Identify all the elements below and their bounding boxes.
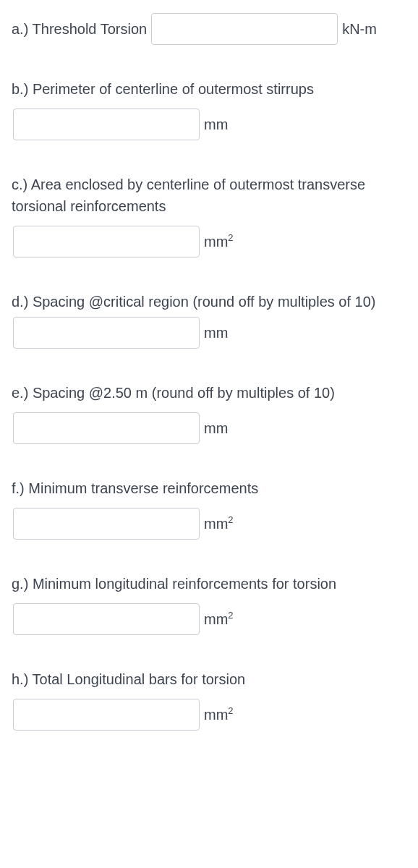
input-min-longitudinal[interactable] (13, 603, 200, 635)
input-total-longitudinal-bars[interactable] (13, 699, 200, 731)
question-f: f.) Minimum transverse reinforcements mm… (12, 477, 406, 540)
label-d-pre: d.) Spacing @critical region (round off … (12, 291, 376, 312)
input-spacing-2p5m[interactable] (13, 412, 200, 444)
question-h: h.) Total Longitudinal bars for torsion … (12, 668, 406, 731)
input-spacing-critical[interactable] (13, 317, 200, 349)
unit-e: mm (204, 417, 228, 439)
unit-f: mm2 (204, 513, 234, 535)
question-e: e.) Spacing @2.50 m (round off by multip… (12, 382, 406, 444)
question-b: b.) Perimeter of centerline of outermost… (12, 78, 406, 140)
label-g: g.) Minimum longitudinal reinforcements … (12, 576, 336, 592)
input-threshold-torsion[interactable] (151, 13, 338, 45)
unit-b: mm (204, 114, 228, 135)
input-area-enclosed[interactable] (13, 226, 200, 258)
label-h: h.) Total Longitudinal bars for torsion (12, 671, 245, 687)
unit-h: mm2 (204, 704, 234, 726)
question-g: g.) Minimum longitudinal reinforcements … (12, 573, 406, 635)
question-c: c.) Area enclosed by centerline of outer… (12, 174, 406, 258)
label-e: e.) Spacing @2.50 m (round off by multip… (12, 385, 335, 401)
unit-g: mm2 (204, 608, 234, 630)
question-a: a.) Threshold Torsion kN-m (12, 13, 406, 45)
input-perimeter-stirrups[interactable] (13, 109, 200, 140)
unit-d: mm (204, 322, 228, 344)
unit-c: mm2 (204, 231, 234, 252)
label-c: c.) Area enclosed by centerline of outer… (12, 176, 365, 214)
input-min-transverse[interactable] (13, 508, 200, 540)
label-b: b.) Perimeter of centerline of outermost… (12, 81, 314, 97)
unit-a: kN-m (342, 18, 377, 40)
label-a: a.) Threshold Torsion (12, 18, 147, 40)
question-d: d.) Spacing @critical region (round off … (12, 291, 406, 349)
label-f: f.) Minimum transverse reinforcements (12, 480, 258, 496)
